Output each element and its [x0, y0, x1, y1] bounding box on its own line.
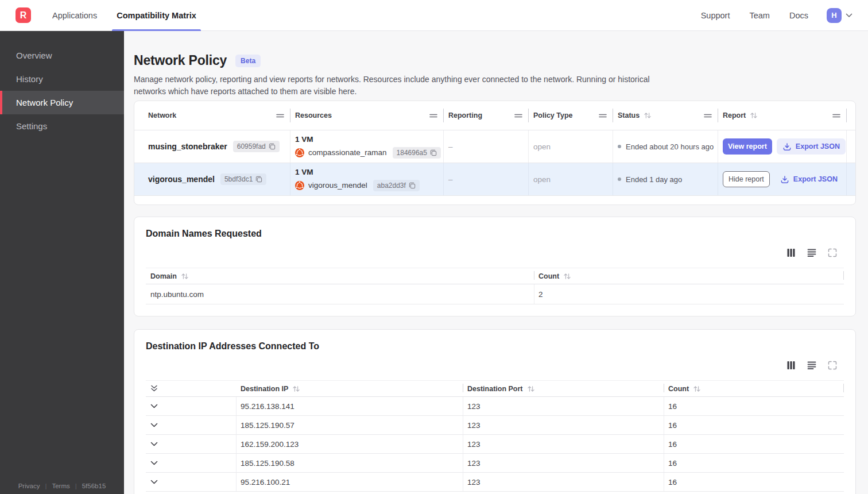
domain-names-card: Domain Names Requested Domain Count ntp.… [134, 217, 856, 317]
chevron-down-icon[interactable] [150, 442, 158, 447]
dest-table-row[interactable]: 95.216.100.21 123 16 [146, 473, 844, 492]
table-toolbar [146, 361, 837, 370]
chevron-down-icon[interactable] [150, 480, 158, 485]
column-header-policy-type[interactable]: Policy Type [529, 101, 613, 130]
nav-tab-applications[interactable]: Applications [42, 0, 107, 31]
sidebar-item-history[interactable]: History [0, 67, 124, 91]
sidebar-item-overview[interactable]: Overview [0, 44, 124, 67]
dest-table-row[interactable]: 185.125.190.57 123 16 [146, 416, 844, 435]
resource-name: vigorous_mendel [308, 181, 367, 190]
sort-icon[interactable] [563, 273, 571, 280]
column-header-report[interactable]: Report [718, 101, 847, 130]
user-menu[interactable]: H [827, 8, 852, 23]
status-cell: Ended 1 day ago [613, 163, 718, 195]
fullscreen-icon[interactable] [828, 248, 837, 257]
nav-tab-compatibility-matrix[interactable]: Compatibility Matrix [107, 0, 206, 31]
nav-link-docs[interactable]: Docs [789, 11, 808, 20]
copy-icon[interactable] [409, 182, 416, 189]
expand-all-icon[interactable] [150, 385, 158, 392]
column-header-count[interactable]: Count [664, 381, 844, 397]
column-header-destination-ip[interactable]: Destination IP [236, 381, 463, 397]
copy-icon[interactable] [255, 176, 262, 183]
network-row-vigorous-mendel[interactable]: vigorous_mendel 5bdf3dc1 1 VM vigorous_m… [134, 163, 855, 196]
privacy-link[interactable]: Privacy [18, 483, 40, 489]
column-header-resources[interactable]: Resources [290, 101, 444, 130]
sort-icon[interactable] [292, 385, 300, 392]
copy-icon[interactable] [269, 143, 276, 150]
ip-cell: 185.125.190.57 [236, 416, 463, 435]
column-resize-handle[interactable] [276, 113, 284, 118]
chevron-down-icon [846, 13, 852, 18]
network-name: musing_stonebraker [148, 142, 227, 151]
column-resize-handle[interactable] [832, 113, 840, 118]
column-header-destination-port[interactable]: Destination Port [463, 381, 664, 397]
fullscreen-icon[interactable] [828, 361, 837, 370]
resource-name: compassionate_raman [308, 148, 387, 157]
network-policy-table-card: Network Resources Reporting Policy Type … [134, 101, 856, 205]
avatar[interactable]: H [827, 8, 842, 23]
count-cell: 16 [664, 435, 844, 454]
sort-icon[interactable] [527, 385, 535, 392]
row-density-icon[interactable] [807, 361, 816, 370]
column-header-domain[interactable]: Domain [146, 268, 534, 284]
sidebar-item-settings[interactable]: Settings [0, 114, 124, 138]
column-resize-handle[interactable] [514, 113, 522, 118]
columns-icon[interactable] [786, 248, 796, 257]
domain-table-row[interactable]: ntp.ubuntu.com 2 [146, 284, 844, 304]
vm-count: 1 VM [295, 168, 439, 176]
expand-cell [146, 473, 236, 492]
ip-cell: 162.159.200.123 [236, 435, 463, 454]
column-resize-handle[interactable] [704, 113, 712, 118]
column-header-network[interactable]: Network [134, 101, 290, 130]
beta-badge: Beta [235, 55, 261, 67]
row-gutter [847, 163, 856, 195]
app-logo[interactable]: R [16, 7, 31, 23]
resources-cell: 1 VM vigorous_mendel aba2dd3f [290, 163, 444, 195]
status-dot [618, 145, 621, 148]
hide-report-button[interactable]: Hide report [723, 171, 770, 187]
header-gutter [847, 101, 855, 130]
main-content: Network Policy Beta Manage network polic… [124, 31, 868, 494]
nav-link-support[interactable]: Support [701, 11, 730, 20]
column-resize-handle[interactable] [429, 113, 437, 118]
nav-link-team[interactable]: Team [749, 11, 769, 20]
port-cell: 123 [463, 454, 664, 473]
port-cell: 123 [463, 473, 664, 492]
ubuntu-icon [295, 181, 304, 190]
column-header-reporting[interactable]: Reporting [444, 101, 529, 130]
count-cell: 16 [664, 416, 844, 435]
chevron-down-icon[interactable] [150, 423, 158, 428]
view-report-button[interactable]: View report [723, 138, 772, 155]
primary-nav: Applications Compatibility Matrix [42, 0, 206, 31]
terms-link[interactable]: Terms [52, 483, 69, 489]
row-gutter [847, 130, 856, 163]
copy-icon[interactable] [430, 149, 437, 156]
page-description: Manage network policy, reporting and vie… [134, 74, 655, 98]
export-json-button[interactable]: Export JSON [774, 171, 843, 187]
network-row-musing-stonebraker[interactable]: musing_stonebraker 60959fad 1 VM compass… [134, 130, 855, 163]
column-header-status[interactable]: Status [613, 101, 718, 130]
dest-table-row[interactable]: 185.125.190.58 123 16 [146, 454, 844, 473]
download-icon [782, 142, 792, 151]
status-cell: Ended about 20 hours ago [613, 130, 718, 163]
row-density-icon[interactable] [807, 248, 816, 257]
status-dot [618, 177, 621, 181]
chevron-down-icon[interactable] [150, 461, 158, 466]
policy-type-cell: open [529, 130, 613, 163]
export-json-button[interactable]: Export JSON [777, 138, 846, 155]
footer-divider: | [45, 483, 46, 489]
destination-ip-card: Destination IP Addresses Connected To De… [134, 329, 856, 494]
sidebar-item-network-policy[interactable]: Network Policy [0, 91, 124, 114]
sort-icon[interactable] [644, 112, 652, 119]
chevron-down-icon[interactable] [150, 404, 158, 409]
columns-icon[interactable] [786, 361, 796, 370]
network-table-header: Network Resources Reporting Policy Type … [134, 101, 855, 130]
column-header-count[interactable]: Count [534, 268, 844, 284]
dest-table-row[interactable]: 162.159.200.123 123 16 [146, 435, 844, 454]
resources-cell: 1 VM compassionate_raman 184696a5 [290, 130, 444, 163]
sort-icon[interactable] [693, 385, 701, 392]
dest-table-row[interactable]: 95.216.138.141 123 16 [146, 397, 844, 416]
sort-icon[interactable] [181, 273, 189, 280]
column-resize-handle[interactable] [599, 113, 607, 118]
sort-icon[interactable] [750, 112, 758, 119]
